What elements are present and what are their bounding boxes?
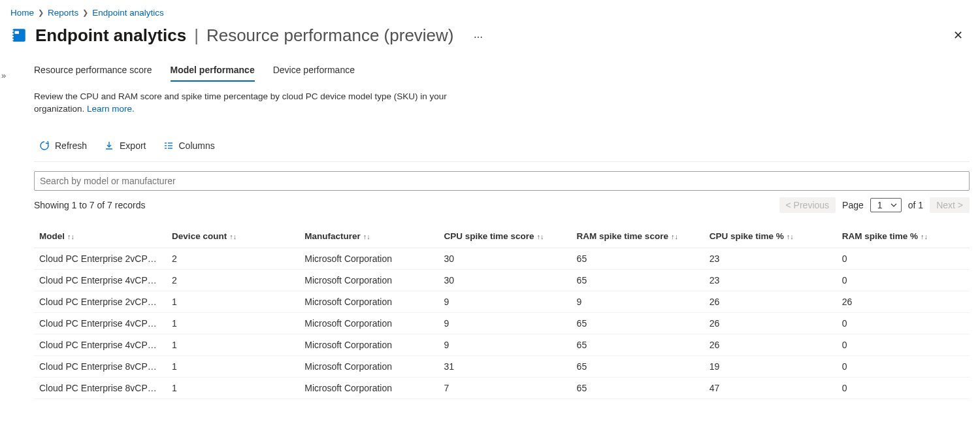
columns-label: Columns [179, 140, 215, 151]
cell-device-count: 2 [167, 269, 299, 291]
cell-cpu-spike-score: 31 [438, 355, 571, 377]
svg-rect-6 [12, 39, 14, 40]
page-title: Endpoint analytics | Resource performanc… [35, 25, 454, 46]
sort-icon: ↑↓ [363, 233, 370, 240]
cell-ram-spike-pct: 0 [837, 248, 970, 269]
cell-device-count: 1 [167, 377, 299, 398]
column-header-model[interactable]: Model↑↓ [34, 225, 167, 248]
cell-ram-spike-score: 9 [572, 291, 704, 312]
cell-cpu-spike-score: 30 [438, 248, 571, 269]
book-icon [10, 27, 27, 44]
cell-cpu-spike-pct: 19 [704, 355, 837, 377]
cell-manufacturer: Microsoft Corporation [299, 355, 438, 377]
tab-model-performance[interactable]: Model performance [171, 65, 255, 82]
cell-cpu-spike-score: 9 [438, 312, 571, 334]
model-performance-table: Model↑↓ Device count↑↓ Manufacturer↑↓ CP… [34, 225, 970, 399]
cell-manufacturer: Microsoft Corporation [299, 312, 438, 334]
export-button[interactable]: Export [99, 138, 151, 154]
chevron-down-icon [890, 202, 897, 208]
cell-model: Cloud PC Enterprise 2vCPU/4… [34, 291, 167, 312]
previous-page-button[interactable]: < Previous [779, 197, 836, 213]
table-header-row: Model↑↓ Device count↑↓ Manufacturer↑↓ CP… [34, 225, 970, 248]
sort-icon: ↑↓ [671, 233, 678, 240]
cell-ram-spike-score: 65 [572, 248, 704, 269]
columns-icon [163, 140, 174, 151]
cell-manufacturer: Microsoft Corporation [299, 377, 438, 398]
cell-device-count: 1 [167, 291, 299, 312]
cell-device-count: 2 [167, 248, 299, 269]
cell-model: Cloud PC Enterprise 8vCPU/32… [34, 355, 167, 377]
cell-ram-spike-pct: 26 [837, 291, 970, 312]
table-row[interactable]: Cloud PC Enterprise 2vCPU/4…1Microsoft C… [34, 291, 970, 312]
chevron-right-icon: ❯ [38, 8, 44, 17]
page-label: Page [842, 200, 864, 210]
expand-sidebar-handle[interactable]: » [1, 71, 6, 80]
cell-manufacturer: Microsoft Corporation [299, 334, 438, 355]
breadcrumb-endpoint-analytics[interactable]: Endpoint analytics [92, 8, 164, 18]
page-select-value: 1 [877, 200, 883, 210]
cell-cpu-spike-pct: 26 [704, 291, 837, 312]
column-header-cpu-spike-score[interactable]: CPU spike time score↑↓ [438, 225, 571, 248]
column-header-ram-spike-pct[interactable]: RAM spike time %↑↓ [837, 225, 970, 248]
table-row[interactable]: Cloud PC Enterprise 8vCPU/32…1Microsoft … [34, 355, 970, 377]
table-row[interactable]: Cloud PC Enterprise 4vCPU/16…2Microsoft … [34, 269, 970, 291]
cell-cpu-spike-pct: 26 [704, 334, 837, 355]
cell-model: Cloud PC Enterprise 2vCPU/8… [34, 248, 167, 269]
refresh-button[interactable]: Refresh [34, 138, 92, 154]
page-title-main: Endpoint analytics [35, 25, 186, 46]
cell-cpu-spike-pct: 47 [704, 377, 837, 398]
svg-rect-3 [12, 30, 14, 31]
cell-ram-spike-pct: 0 [837, 269, 970, 291]
breadcrumb: Home ❯ Reports ❯ Endpoint analytics [10, 5, 970, 24]
cell-manufacturer: Microsoft Corporation [299, 291, 438, 312]
sort-icon: ↑↓ [229, 233, 237, 240]
learn-more-link[interactable]: Learn more. [87, 104, 135, 114]
sort-icon: ↑↓ [67, 233, 74, 240]
cell-cpu-spike-score: 9 [438, 334, 571, 355]
cell-model: Cloud PC Enterprise 4vCPU/16… [34, 334, 167, 355]
sort-icon: ↑↓ [787, 233, 794, 240]
cell-ram-spike-score: 65 [572, 355, 704, 377]
column-header-device-count[interactable]: Device count↑↓ [167, 225, 299, 248]
table-row[interactable]: Cloud PC Enterprise 8vCPU/32…1Microsoft … [34, 377, 970, 398]
download-icon [104, 140, 114, 151]
cell-ram-spike-pct: 0 [837, 377, 970, 398]
page-title-sub: Resource performance (preview) [206, 25, 454, 46]
breadcrumb-reports[interactable]: Reports [48, 8, 78, 18]
more-actions-button[interactable]: ⋯ [474, 28, 484, 42]
search-input[interactable] [34, 171, 970, 191]
title-separator: | [189, 25, 204, 46]
column-header-manufacturer[interactable]: Manufacturer↑↓ [299, 225, 438, 248]
column-header-cpu-spike-pct[interactable]: CPU spike time %↑↓ [704, 225, 837, 248]
breadcrumb-home[interactable]: Home [10, 8, 34, 18]
cell-cpu-spike-score: 9 [438, 291, 571, 312]
tab-resource-performance-score[interactable]: Resource performance score [34, 65, 152, 82]
tab-device-performance[interactable]: Device performance [273, 65, 355, 82]
next-page-button[interactable]: Next > [930, 197, 970, 213]
cell-ram-spike-score: 65 [572, 312, 704, 334]
columns-button[interactable]: Columns [158, 138, 220, 154]
cell-ram-spike-score: 65 [572, 269, 704, 291]
cell-cpu-spike-pct: 23 [704, 248, 837, 269]
cell-cpu-spike-pct: 23 [704, 269, 837, 291]
cell-model: Cloud PC Enterprise 4vCPU/16… [34, 269, 167, 291]
table-row[interactable]: Cloud PC Enterprise 2vCPU/8…2Microsoft C… [34, 248, 970, 269]
page-of-text: of 1 [908, 200, 923, 210]
refresh-icon [39, 140, 50, 151]
sort-icon: ↑↓ [921, 233, 928, 240]
cell-ram-spike-score: 65 [572, 334, 704, 355]
cell-model: Cloud PC Enterprise 8vCPU/32… [34, 377, 167, 398]
pagination: < Previous Page 1 of 1 Next > [779, 197, 970, 213]
refresh-label: Refresh [55, 140, 87, 151]
cell-ram-spike-pct: 0 [837, 312, 970, 334]
column-header-ram-spike-score[interactable]: RAM spike time score↑↓ [572, 225, 704, 248]
svg-rect-0 [12, 29, 25, 42]
records-count-text: Showing 1 to 7 of 7 records [34, 200, 145, 210]
cell-cpu-spike-score: 30 [438, 269, 571, 291]
svg-rect-1 [15, 31, 20, 34]
sort-icon: ↑↓ [537, 233, 544, 240]
page-select[interactable]: 1 [870, 198, 902, 212]
table-row[interactable]: Cloud PC Enterprise 4vCPU/16…1Microsoft … [34, 312, 970, 334]
table-row[interactable]: Cloud PC Enterprise 4vCPU/16…1Microsoft … [34, 334, 970, 355]
close-button[interactable]: ✕ [947, 24, 970, 46]
